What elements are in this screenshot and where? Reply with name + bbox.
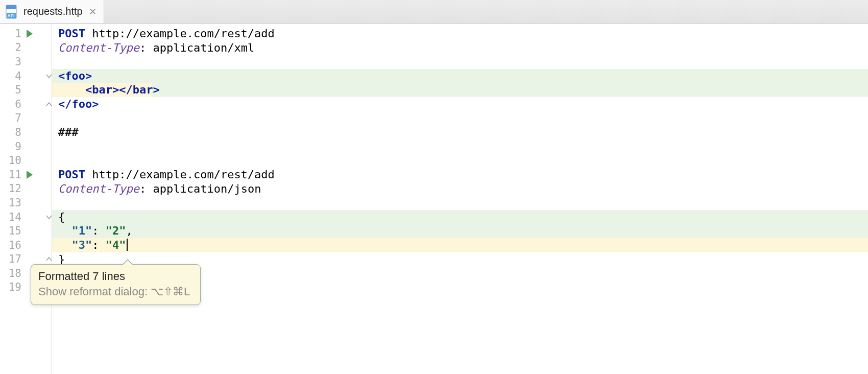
gutter-line[interactable]: 4 xyxy=(0,69,52,83)
line-number: 10 xyxy=(0,154,21,167)
gutter-line[interactable]: 12 xyxy=(0,182,52,196)
run-icon[interactable] xyxy=(27,30,33,38)
code-token: "2" xyxy=(106,224,126,237)
line-number: 13 xyxy=(0,197,21,209)
code-line[interactable]: "1": "2", xyxy=(52,224,868,238)
code-token: http://example.com/rest/add xyxy=(85,168,275,181)
code-line[interactable]: Content-Type: application/json xyxy=(52,182,868,196)
code-line[interactable]: POST http://example.com/rest/add xyxy=(52,27,868,41)
gutter-line[interactable]: 10 xyxy=(0,153,52,168)
fold-open-icon[interactable] xyxy=(46,73,52,79)
code-token: > xyxy=(153,83,159,96)
code-token: POST xyxy=(58,168,85,181)
line-number: 3 xyxy=(0,56,21,68)
code-token: : xyxy=(139,182,153,195)
popup-message: Formatted 7 lines xyxy=(38,269,190,284)
text-caret xyxy=(127,239,128,251)
indent xyxy=(58,239,72,251)
code-token: < xyxy=(58,69,65,82)
gutter-line[interactable]: 13 xyxy=(0,196,52,210)
code-token: </ xyxy=(119,83,133,96)
line-number: 4 xyxy=(0,70,21,82)
line-number: 15 xyxy=(0,225,21,237)
svg-rect-1 xyxy=(6,5,16,9)
code-line[interactable] xyxy=(52,139,868,154)
fold-open-icon[interactable] xyxy=(46,214,52,220)
gutter-line[interactable]: 9 xyxy=(0,139,52,154)
gutter-line[interactable]: 16 xyxy=(0,238,52,252)
code-token: > xyxy=(92,98,99,110)
gutter-line[interactable]: 2 xyxy=(0,41,52,55)
code-token: application/xml xyxy=(153,41,254,54)
code-token: "4" xyxy=(106,239,126,251)
indent xyxy=(58,224,72,237)
code-line[interactable]: "3": "4" xyxy=(52,238,868,252)
code-line[interactable] xyxy=(52,153,868,168)
http-file-icon: API xyxy=(5,5,19,19)
line-number: 1 xyxy=(0,28,21,40)
fold-close-icon[interactable] xyxy=(46,101,52,107)
code-token: : xyxy=(92,224,106,237)
editor-tabbar: API requests.http ✕ xyxy=(0,0,868,24)
gutter-line[interactable]: 5 xyxy=(0,83,52,97)
gutter-line[interactable]: 7 xyxy=(0,111,52,126)
gutter-line[interactable]: 1 xyxy=(0,27,52,41)
line-number: 18 xyxy=(0,267,21,279)
line-number: 7 xyxy=(0,112,21,124)
code-token: Content-Type xyxy=(58,41,139,54)
code-editor[interactable]: 12345678910111213141516171819 POST http:… xyxy=(0,24,868,374)
line-number: 11 xyxy=(0,169,21,181)
code-token: { xyxy=(58,211,65,223)
line-number: 9 xyxy=(0,141,21,153)
line-number: 5 xyxy=(0,84,21,96)
gutter-line[interactable]: 8 xyxy=(0,125,52,139)
run-icon[interactable] xyxy=(27,171,33,179)
gutter-line[interactable]: 14 xyxy=(0,210,52,224)
code-line[interactable] xyxy=(52,55,868,69)
gutter-line[interactable]: 11 xyxy=(0,168,52,182)
code-line[interactable]: POST http://example.com/rest/add xyxy=(52,168,868,182)
code-token: foo xyxy=(65,69,85,82)
code-token: </ xyxy=(58,98,72,110)
code-line[interactable]: { xyxy=(52,210,868,224)
fold-close-icon[interactable] xyxy=(46,256,52,262)
svg-text:API: API xyxy=(8,13,15,18)
line-number: 14 xyxy=(0,211,21,223)
editor-code-area[interactable]: POST http://example.com/rest/addContent-… xyxy=(52,24,868,374)
code-token: application/json xyxy=(153,182,261,195)
code-token: POST xyxy=(58,27,85,40)
code-line[interactable] xyxy=(52,196,868,210)
gutter-line[interactable]: 3 xyxy=(0,55,52,69)
code-line[interactable] xyxy=(52,111,868,126)
code-line[interactable]: Content-Type: application/xml xyxy=(52,41,868,55)
line-number: 12 xyxy=(0,182,21,195)
tab-requests-http[interactable]: API requests.http ✕ xyxy=(0,0,104,23)
gutter-line[interactable]: 15 xyxy=(0,224,52,238)
code-token: < xyxy=(85,83,92,96)
close-icon[interactable]: ✕ xyxy=(89,6,97,17)
code-token: > xyxy=(112,83,119,96)
code-line[interactable]: ### xyxy=(52,125,868,139)
code-token: , xyxy=(126,224,133,237)
line-number: 19 xyxy=(0,281,21,293)
code-token: "1" xyxy=(72,224,92,237)
code-token: ### xyxy=(58,126,79,138)
code-line[interactable]: <bar></bar> xyxy=(52,83,868,97)
line-number: 6 xyxy=(0,98,21,110)
line-number: 16 xyxy=(0,239,21,251)
gutter-line[interactable]: 6 xyxy=(0,97,52,111)
popup-shortcut: Show reformat dialog: ⌥⇧⌘L xyxy=(38,284,190,299)
line-number: 8 xyxy=(0,126,21,138)
code-token: } xyxy=(58,253,65,266)
code-token: "3" xyxy=(72,239,92,251)
editor-gutter[interactable]: 12345678910111213141516171819 xyxy=(0,24,52,374)
code-token: bar xyxy=(92,83,112,96)
code-line[interactable]: <foo> xyxy=(52,69,868,83)
line-number: 17 xyxy=(0,253,21,265)
code-token: : xyxy=(92,239,106,251)
tab-filename: requests.http xyxy=(23,6,83,17)
reformat-hint-popup[interactable]: Formatted 7 lines Show reformat dialog: … xyxy=(31,264,201,305)
line-number: 2 xyxy=(0,41,21,54)
code-line[interactable]: </foo> xyxy=(52,97,868,111)
code-token: > xyxy=(85,69,92,82)
